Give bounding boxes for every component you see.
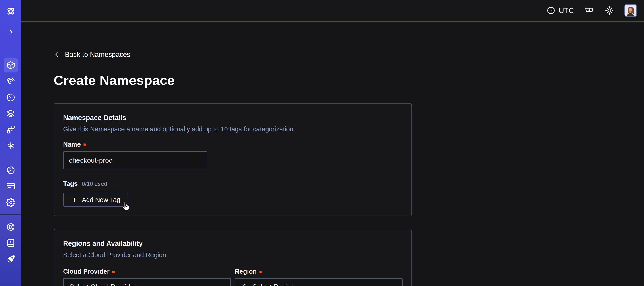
sidebar-item-docs[interactable] xyxy=(4,236,18,250)
sidebar-item-spiral[interactable] xyxy=(4,74,18,88)
gauge-icon xyxy=(6,166,16,175)
regions-availability-card: Regions and Availability Select a Cloud … xyxy=(54,229,412,286)
layers-icon xyxy=(6,109,16,118)
sidebar-expand-button[interactable] xyxy=(7,27,14,37)
chevron-down-icon xyxy=(217,284,224,286)
sidebar-nav-group-2 xyxy=(0,162,22,211)
sidebar-item-layers[interactable] xyxy=(4,107,18,120)
back-label: Back to Namespaces xyxy=(65,50,130,58)
spiral-icon xyxy=(6,77,16,86)
cloud-provider-label-row: Cloud Provider xyxy=(63,268,231,276)
topbar: UTC xyxy=(22,0,644,22)
sidebar-item-settings[interactable] xyxy=(4,196,18,209)
sun-icon xyxy=(605,6,614,15)
user-avatar[interactable] xyxy=(624,4,637,17)
timer-icon xyxy=(6,93,16,102)
add-new-tag-label: Add New Tag xyxy=(82,196,120,204)
card-subtitle: Select a Cloud Provider and Region. xyxy=(63,251,402,259)
book-icon xyxy=(6,238,16,248)
back-to-namespaces-link[interactable]: Back to Namespaces xyxy=(54,50,130,58)
cloud-provider-select[interactable]: Select Cloud Provider xyxy=(63,278,231,286)
timezone-widget[interactable]: UTC xyxy=(546,6,574,15)
labs-toggle-button[interactable] xyxy=(584,5,594,16)
tags-label-row: Tags 0/10 used xyxy=(63,180,402,188)
clock-icon xyxy=(546,6,556,15)
region-label: Region xyxy=(235,268,257,275)
sidebar-item-branch[interactable] xyxy=(4,123,18,137)
namespace-details-card: Namespace Details Give this Namespace a … xyxy=(54,103,412,216)
region-select[interactable]: Select Region xyxy=(235,278,402,286)
search-icon xyxy=(241,283,249,286)
credit-card-icon xyxy=(6,182,16,191)
region-field: Region Select Region xyxy=(235,268,402,286)
sidebar-divider xyxy=(0,158,22,158)
cube-icon xyxy=(6,60,16,70)
rocket-icon xyxy=(6,255,16,264)
glasses-icon xyxy=(584,5,594,16)
plus-icon xyxy=(71,196,78,203)
chevron-right-icon xyxy=(7,28,14,36)
region-label-row: Region xyxy=(235,268,402,276)
theme-toggle-button[interactable] xyxy=(605,6,614,15)
asterisk-icon xyxy=(6,141,16,150)
timezone-label: UTC xyxy=(559,6,574,15)
required-dot xyxy=(112,271,115,274)
sidebar-item-asterisk[interactable] xyxy=(4,139,18,153)
sidebar-item-timer[interactable] xyxy=(4,90,18,104)
card-subtitle: Give this Namespace a name and optionall… xyxy=(63,125,402,133)
page-title: Create Namespace xyxy=(54,73,644,88)
sidebar-item-usage[interactable] xyxy=(4,163,18,177)
cloud-provider-field: Cloud Provider Select Cloud Provider xyxy=(63,268,231,286)
cloud-provider-value: Select Cloud Provider xyxy=(69,283,214,286)
tags-counter: 0/10 used xyxy=(82,181,107,188)
card-title: Namespace Details xyxy=(63,113,402,122)
main-content: Back to Namespaces Create Namespace Name… xyxy=(22,22,644,286)
name-label-row: Name xyxy=(63,140,402,148)
name-label: Name xyxy=(63,141,81,148)
namespace-name-input[interactable] xyxy=(63,151,207,169)
required-dot xyxy=(84,143,86,146)
chevron-down-icon xyxy=(389,284,396,286)
required-dot xyxy=(260,271,262,274)
provider-region-grid: Cloud Provider Select Cloud Provider Reg… xyxy=(63,268,402,286)
sidebar-item-namespaces[interactable] xyxy=(4,58,18,72)
sidebar-nav-group-1 xyxy=(0,57,22,154)
gear-icon xyxy=(6,198,16,207)
cloud-provider-label: Cloud Provider xyxy=(63,268,110,275)
region-value: Select Region xyxy=(252,283,386,286)
tags-label: Tags xyxy=(63,180,78,188)
chevron-left-icon xyxy=(54,51,60,58)
sidebar-nav-group-3 xyxy=(0,219,22,267)
add-new-tag-button[interactable]: Add New Tag xyxy=(63,193,128,207)
avatar-image xyxy=(625,5,636,16)
sidebar-item-billing[interactable] xyxy=(4,179,18,193)
temporal-logo xyxy=(6,6,16,16)
sidebar-divider xyxy=(0,215,22,215)
branch-icon xyxy=(6,125,16,134)
lifebuoy-icon xyxy=(6,222,16,232)
card-title: Regions and Availability xyxy=(63,239,402,248)
sidebar-item-support[interactable] xyxy=(4,220,18,234)
sidebar-item-getting-started[interactable] xyxy=(4,252,18,266)
sidebar xyxy=(0,0,22,286)
